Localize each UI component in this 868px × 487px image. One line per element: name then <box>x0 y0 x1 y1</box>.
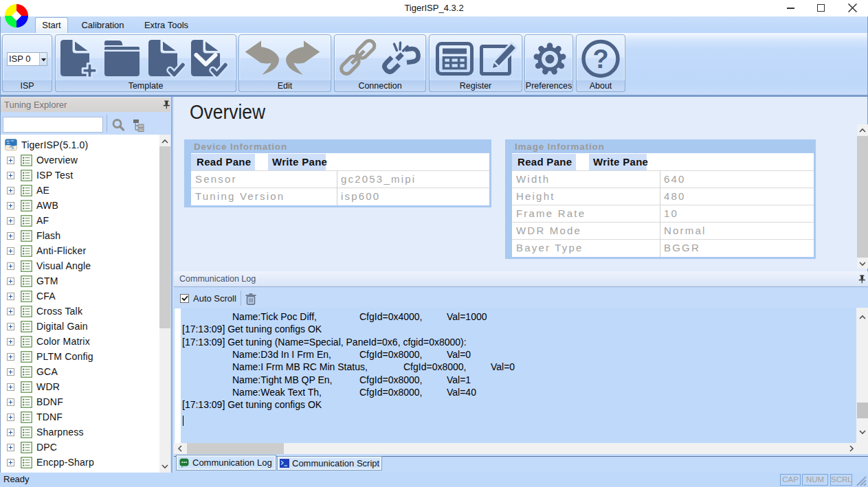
svg-text:?: ? <box>592 45 608 73</box>
